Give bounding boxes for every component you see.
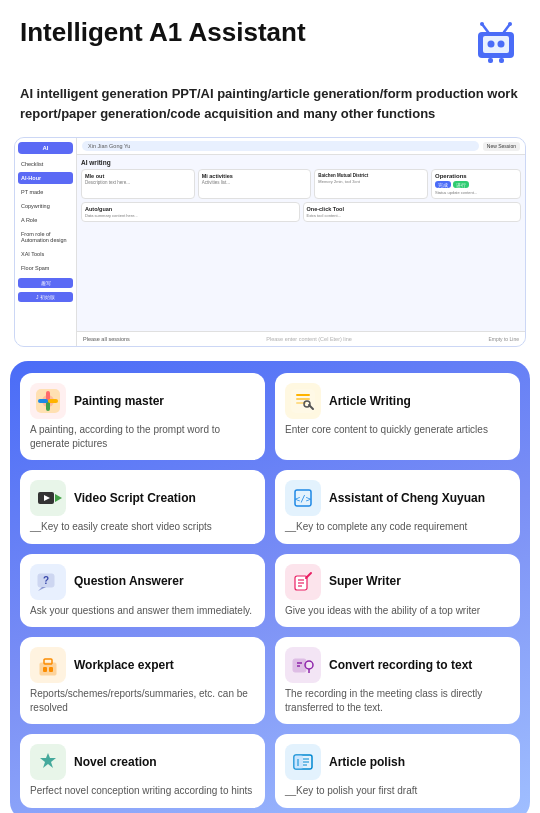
feature-card-painting-master[interactable]: Painting master A painting, according to… xyxy=(20,373,265,460)
subtitle-text: AI intelligent generation PPT/AI paintin… xyxy=(0,80,540,137)
preview-input-hint: Please enter content (Cel Eter) line xyxy=(266,336,352,342)
feature-card-convert-recording[interactable]: Convert recording to text The recording … xyxy=(275,637,520,724)
feature-title-workplace-expert: Workplace expert xyxy=(74,658,174,672)
svg-rect-9 xyxy=(499,58,504,63)
svg-point-2 xyxy=(488,41,495,48)
preview-btn2: J 初始版 xyxy=(18,292,73,302)
feature-icon-article-polish xyxy=(285,744,321,780)
features-grid: Painting master A painting, according to… xyxy=(20,373,520,808)
feature-desc-question-answerer: Ask your questions and answer them immed… xyxy=(30,604,255,618)
feature-icon-painting-master xyxy=(30,383,66,419)
svg-rect-14 xyxy=(38,399,48,403)
preview-card-autoguan: Auto/guan Data summary content here... xyxy=(81,202,300,222)
feature-title-video-script: Video Script Creation xyxy=(74,491,196,505)
feature-icon-convert-recording xyxy=(285,647,321,683)
preview-nav-xaitools: XAI Tools xyxy=(18,248,73,260)
preview-nav-ptmade: PT made xyxy=(18,186,73,198)
feature-title-novel-creation: Novel creation xyxy=(74,755,157,769)
preview-bottombar: Please all sessions Please enter content… xyxy=(77,331,525,346)
feature-desc-super-writer: Give you ideas with the ability of a top… xyxy=(285,604,510,618)
svg-text:?: ? xyxy=(43,575,49,586)
feature-desc-painting-master: A painting, according to the prompt word… xyxy=(30,423,255,450)
feature-desc-article-writing: Enter core content to quickly generate a… xyxy=(285,423,510,437)
feature-card-question-answerer[interactable]: ? Question Answerer Ask your questions a… xyxy=(20,554,265,628)
app-preview: AI Checklist AI-Hour PT made Copywriting… xyxy=(14,137,526,347)
svg-rect-18 xyxy=(296,398,310,400)
preview-nav-aihour: AI-Hour xyxy=(18,172,73,184)
feature-title-question-answerer: Question Answerer xyxy=(74,574,184,588)
feature-card-assistant-cheng[interactable]: </> Assistant of Cheng Xuyuan __Key to c… xyxy=(275,470,520,544)
feature-icon-workplace-expert xyxy=(30,647,66,683)
feature-desc-assistant-cheng: __Key to complete any code requirement xyxy=(285,520,510,534)
feature-title-article-polish: Article polish xyxy=(329,755,405,769)
preview-main: Xin Jian Gong Yu New Session AI writing … xyxy=(77,138,525,346)
feature-icon-assistant-cheng: </> xyxy=(285,480,321,516)
feature-icon-video-script xyxy=(30,480,66,516)
feature-card-video-script[interactable]: Video Script Creation __Key to easily cr… xyxy=(20,470,265,544)
svg-point-3 xyxy=(498,41,505,48)
svg-rect-17 xyxy=(296,394,310,396)
feature-card-workplace-expert[interactable]: Workplace expert Reports/schemes/reports… xyxy=(20,637,265,724)
feature-header-article-writing: Article Writing xyxy=(285,383,510,419)
page-title: Intelligent A1 Assistant xyxy=(20,18,306,47)
header: Intelligent A1 Assistant xyxy=(0,0,540,80)
preview-search: Xin Jian Gong Yu xyxy=(82,141,479,151)
preview-nav-checklist: Checklist xyxy=(18,158,73,170)
svg-rect-16 xyxy=(291,389,315,413)
feature-desc-video-script: __Key to easily create short video scrip… xyxy=(30,520,255,534)
robot-tv-icon xyxy=(472,20,520,68)
feature-card-article-writing[interactable]: Article Writing Enter core content to qu… xyxy=(275,373,520,460)
preview-cards-row2: Auto/guan Data summary content here... O… xyxy=(81,202,521,222)
feature-card-super-writer[interactable]: Super Writer Give you ideas with the abi… xyxy=(275,554,520,628)
preview-new-session: New Session xyxy=(483,142,520,151)
preview-content: AI writing Mle out Description text here… xyxy=(77,155,525,331)
preview-empty-line: Empty to Line xyxy=(488,336,519,342)
preview-topbar: Xin Jian Gong Yu New Session xyxy=(77,138,525,155)
preview-nav-floorspam: Floor Spam xyxy=(18,262,73,274)
svg-rect-40 xyxy=(40,663,56,675)
svg-point-5 xyxy=(480,22,484,26)
preview-card-extra: One-click Tool Extra tool content... xyxy=(303,202,522,222)
feature-desc-novel-creation: Perfect novel conception writing accordi… xyxy=(30,784,255,798)
svg-rect-43 xyxy=(49,667,53,672)
feature-header-workplace-expert: Workplace expert xyxy=(30,647,255,683)
feature-header-convert-recording: Convert recording to text xyxy=(285,647,510,683)
preview-sidebar: AI Checklist AI-Hour PT made Copywriting… xyxy=(15,138,77,346)
feature-title-painting-master: Painting master xyxy=(74,394,164,408)
preview-nav-fromrole: From role of Automation design xyxy=(18,228,73,246)
feature-header-assistant-cheng: </> Assistant of Cheng Xuyuan xyxy=(285,480,510,516)
feature-icon-super-writer xyxy=(285,564,321,600)
preview-card-ops: Operations 完成 进行 Status update content..… xyxy=(431,169,521,199)
svg-point-7 xyxy=(508,22,512,26)
feature-header-video-script: Video Script Creation xyxy=(30,480,255,516)
feature-card-novel-creation[interactable]: Novel creation Perfect novel conception … xyxy=(20,734,265,808)
preview-nav-arole: A Role xyxy=(18,214,73,226)
feature-card-article-polish[interactable]: Article polish __Key to polish your firs… xyxy=(275,734,520,808)
feature-desc-workplace-expert: Reports/schemes/reports/summaries, etc. … xyxy=(30,687,255,714)
feature-header-novel-creation: Novel creation xyxy=(30,744,255,780)
svg-rect-8 xyxy=(488,58,493,63)
feature-title-convert-recording: Convert recording to text xyxy=(329,658,472,672)
feature-header-article-polish: Article polish xyxy=(285,744,510,780)
preview-cards-row1: Mle out Description text here... Mi acti… xyxy=(81,169,521,199)
preview-section1: AI writing xyxy=(81,159,521,166)
feature-desc-article-polish: __Key to polish your first draft xyxy=(285,784,510,798)
svg-rect-1 xyxy=(483,36,509,53)
preview-logo: AI xyxy=(18,142,73,154)
feature-icon-question-answerer: ? xyxy=(30,564,66,600)
svg-rect-42 xyxy=(43,667,47,672)
preview-nav-copywriting: Copywriting xyxy=(18,200,73,212)
feature-title-assistant-cheng: Assistant of Cheng Xuyuan xyxy=(329,491,485,505)
feature-icon-novel-creation xyxy=(30,744,66,780)
preview-card-activities: Mi activities Activities list... xyxy=(198,169,312,199)
preview-card-mleout: Mle out Description text here... xyxy=(81,169,195,199)
feature-header-super-writer: Super Writer xyxy=(285,564,510,600)
feature-header-question-answerer: ? Question Answerer xyxy=(30,564,255,600)
svg-rect-15 xyxy=(48,399,58,403)
feature-header-painting-master: Painting master xyxy=(30,383,255,419)
preview-sessions: Please all sessions xyxy=(83,336,130,342)
preview-card-baichen: Baichen Mutual District Memory 2min, too… xyxy=(314,169,428,199)
features-section: Painting master A painting, according to… xyxy=(10,361,530,813)
feature-icon-article-writing xyxy=(285,383,321,419)
feature-title-article-writing: Article Writing xyxy=(329,394,411,408)
